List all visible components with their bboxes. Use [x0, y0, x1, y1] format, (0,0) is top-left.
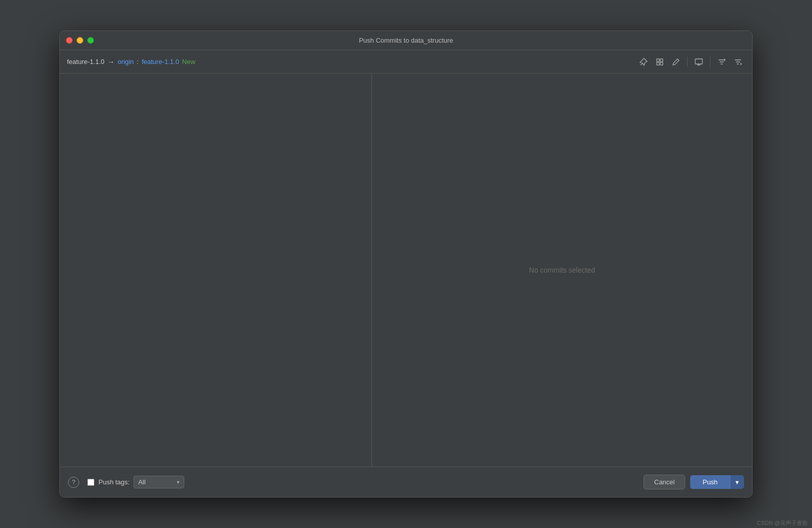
filter-icon [718, 58, 726, 66]
local-branch-label: feature-1.1.0 [67, 58, 105, 65]
close-button[interactable] [66, 37, 73, 44]
filter-button[interactable] [715, 56, 729, 68]
svg-line-0 [640, 63, 643, 65]
svg-rect-4 [660, 62, 663, 65]
title-bar: Push Commits to data_structure [60, 31, 752, 50]
maximize-button[interactable] [87, 37, 94, 44]
pin-button[interactable] [636, 56, 651, 68]
sort-icon [734, 58, 742, 66]
window-title: Push Commits to data_structure [359, 37, 453, 44]
svg-rect-2 [660, 59, 663, 61]
monitor-icon [695, 58, 703, 66]
branch-info: feature-1.1.0 → origin : feature-1.1.0 N… [67, 58, 195, 66]
target-branch-label: feature-1.1.0 [142, 58, 179, 65]
toolbar-separator [687, 57, 688, 67]
push-tags-label: Push tags: [98, 478, 129, 486]
toolbar-right [636, 56, 745, 68]
sort-button[interactable] [731, 56, 745, 68]
help-button[interactable]: ? [68, 477, 79, 488]
remote-label: origin [118, 58, 134, 65]
commit-detail-panel: No commits selected [372, 74, 752, 467]
main-window: Push Commits to data_structure feature-1… [59, 30, 753, 498]
minimize-button[interactable] [77, 37, 83, 44]
push-tags-select[interactable]: All None Annotated [133, 476, 184, 488]
monitor-button[interactable] [692, 56, 706, 68]
pin-icon [639, 58, 648, 66]
toolbar-separator-2 [710, 57, 710, 67]
main-content: No commits selected [60, 74, 752, 467]
push-dropdown-arrow-icon: ▼ [734, 479, 740, 485]
branch-arrow-icon: → [108, 58, 115, 66]
push-button-group: Push ▼ [690, 475, 744, 489]
cancel-button[interactable]: Cancel [644, 475, 685, 489]
bottom-bar: ? Push tags: All None Annotated Cancel P… [60, 467, 752, 497]
no-commits-message: No commits selected [529, 266, 595, 274]
grid-button[interactable] [653, 56, 667, 68]
commit-list-panel[interactable] [60, 74, 372, 467]
edit-button[interactable] [669, 56, 683, 68]
push-tags-checkbox[interactable] [87, 479, 94, 486]
push-tags-select-wrapper: All None Annotated [133, 476, 184, 488]
push-tags-section: Push tags: All None Annotated [87, 476, 184, 488]
svg-rect-5 [695, 59, 702, 64]
push-button[interactable]: Push [690, 475, 730, 489]
branch-separator: : [137, 58, 139, 65]
branch-bar: feature-1.1.0 → origin : feature-1.1.0 N… [60, 50, 752, 74]
grid-icon [656, 58, 664, 66]
traffic-lights [66, 37, 94, 44]
push-dropdown-button[interactable]: ▼ [730, 475, 744, 489]
svg-rect-1 [657, 59, 659, 61]
new-badge: New [182, 58, 195, 65]
edit-icon [672, 58, 680, 66]
svg-rect-3 [657, 62, 659, 65]
